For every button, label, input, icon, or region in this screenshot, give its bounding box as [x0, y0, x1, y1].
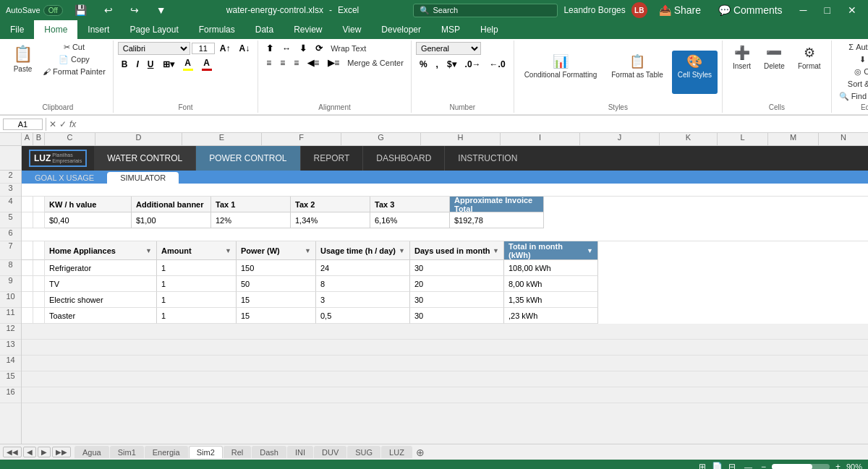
- col-header-i[interactable]: I: [501, 133, 580, 145]
- sheet-nav-prev[interactable]: ◀: [23, 447, 36, 457]
- zoom-slider[interactable]: [772, 464, 830, 469]
- cell-11-total[interactable]: ,23 kWh: [504, 308, 598, 324]
- cell-10-appliance[interactable]: Electric shower: [45, 292, 157, 308]
- font-size-input[interactable]: [192, 43, 215, 54]
- bold-button[interactable]: B: [118, 58, 132, 71]
- align-right-button[interactable]: ≡: [290, 56, 302, 69]
- cell-11-days[interactable]: 30: [410, 308, 504, 324]
- tab-view[interactable]: View: [333, 20, 372, 39]
- formula-input[interactable]: [79, 119, 865, 130]
- sort-filter-button[interactable]: Sort & Filter ▾: [836, 79, 868, 90]
- conditional-formatting-button[interactable]: 📊 Conditional Formatting: [519, 51, 603, 94]
- cell-8-days[interactable]: 30: [410, 260, 504, 276]
- cell-9-total[interactable]: 8,00 kWh: [504, 276, 598, 292]
- merge-center-button[interactable]: Merge & Center: [344, 58, 407, 68]
- sheet-nav-next[interactable]: ▶: [38, 447, 51, 457]
- comma-button[interactable]: ,: [433, 58, 442, 71]
- summary-header-3[interactable]: Tax 1: [211, 197, 291, 212]
- normal-view-button[interactable]: ⊞: [699, 462, 706, 469]
- comments-button[interactable]: 💬 Comments: [712, 3, 788, 17]
- summary-val-5[interactable]: 6,16%: [370, 212, 450, 228]
- col-header-g[interactable]: G: [341, 133, 421, 145]
- tab-review[interactable]: Review: [284, 20, 332, 39]
- sheet-tab-sim2[interactable]: Sim2: [189, 446, 223, 458]
- cell-11-usage[interactable]: 0,5: [316, 308, 410, 324]
- cell-10-days[interactable]: 30: [410, 292, 504, 308]
- border-button[interactable]: ⊞▾: [159, 58, 178, 71]
- cell-reference-input[interactable]: [3, 119, 43, 130]
- main-filter-4[interactable]: ▼: [399, 247, 405, 254]
- sheet-tab-duv[interactable]: DUV: [314, 446, 346, 458]
- cell-8-appliance[interactable]: Refrigerator: [45, 260, 157, 276]
- col-header-m[interactable]: M: [768, 133, 819, 145]
- restore-button[interactable]: □: [819, 3, 836, 17]
- autosave-toggle[interactable]: Off: [43, 5, 63, 16]
- cell-9-appliance[interactable]: TV: [45, 276, 157, 292]
- summary-val-3[interactable]: 12%: [211, 212, 291, 228]
- zoom-out-button[interactable]: −: [761, 462, 766, 469]
- indent-decrease-button[interactable]: ◀≡: [304, 56, 323, 69]
- increase-font-button[interactable]: A↑: [216, 42, 234, 55]
- cell-9-usage[interactable]: 8: [316, 276, 410, 292]
- cell-styles-button[interactable]: 🎨 Cell Styles: [672, 51, 718, 94]
- col-header-n[interactable]: N: [819, 133, 868, 145]
- cell-8-usage[interactable]: 24: [316, 260, 410, 276]
- main-header-2[interactable]: Amount ▼: [157, 241, 237, 260]
- cell-10-usage[interactable]: 3: [316, 292, 410, 308]
- summary-header-5[interactable]: Tax 3: [370, 197, 450, 212]
- tab-data[interactable]: Data: [245, 20, 284, 39]
- font-name-select[interactable]: Calibri: [118, 42, 190, 55]
- tab-page-layout[interactable]: Page Layout: [119, 20, 188, 39]
- number-format-select[interactable]: General: [416, 42, 481, 55]
- cell-9-amount[interactable]: 1: [157, 276, 237, 292]
- nav-tab-dashboard[interactable]: DASHBOARD: [363, 146, 445, 171]
- save-button[interactable]: 💾: [69, 3, 93, 17]
- page-layout-view-button[interactable]: 📄: [712, 462, 723, 469]
- tab-developer[interactable]: Developer: [371, 20, 431, 39]
- percent-button[interactable]: %: [416, 58, 431, 71]
- cell-11-appliance[interactable]: Toaster: [45, 308, 157, 324]
- sheet-nav-last[interactable]: ▶▶: [52, 447, 71, 457]
- cell-10-amount[interactable]: 1: [157, 292, 237, 308]
- find-select-button[interactable]: 🔍 Find & Select ▾: [836, 91, 868, 102]
- col-header-j[interactable]: J: [580, 133, 660, 145]
- main-filter-6[interactable]: ▼: [587, 247, 593, 254]
- main-header-4[interactable]: Usage time (h / day) ▼: [316, 241, 410, 260]
- italic-button[interactable]: I: [132, 58, 142, 71]
- sheet-nav-first[interactable]: ◀◀: [3, 447, 22, 457]
- cell-9-days[interactable]: 20: [410, 276, 504, 292]
- col-header-f[interactable]: F: [262, 133, 341, 145]
- autosum-button[interactable]: Σ AutoSum ▾: [836, 42, 868, 53]
- fill-color-button[interactable]: A: [179, 56, 197, 72]
- paste-button[interactable]: 📋 Paste: [7, 42, 38, 85]
- sub-tab-simulator[interactable]: SIMULATOR: [107, 172, 179, 184]
- tab-home[interactable]: Home: [34, 20, 77, 39]
- format-table-button[interactable]: 📋 Format as Table: [605, 51, 669, 94]
- main-filter-1[interactable]: ▼: [145, 247, 152, 254]
- sheet-tab-energia[interactable]: Energia: [145, 446, 188, 458]
- user-avatar[interactable]: LB: [631, 2, 647, 18]
- formula-function[interactable]: fx: [69, 119, 76, 129]
- align-bottom-button[interactable]: ⬇: [296, 42, 310, 55]
- zoom-in-button[interactable]: +: [835, 462, 841, 469]
- indent-increase-button[interactable]: ▶≡: [324, 56, 343, 69]
- format-painter-button[interactable]: 🖌 Format Painter: [40, 66, 109, 77]
- summary-header-2[interactable]: Additional banner: [132, 197, 211, 212]
- summary-val-2[interactable]: $1,00: [132, 212, 211, 228]
- decrease-font-button[interactable]: A↓: [235, 42, 253, 55]
- align-center-button[interactable]: ≡: [276, 56, 289, 69]
- summary-val-4[interactable]: 1,34%: [291, 212, 370, 228]
- minimize-button[interactable]: ─: [794, 3, 813, 17]
- col-header-d[interactable]: D: [95, 133, 182, 145]
- align-top-button[interactable]: ⬆: [263, 42, 277, 55]
- tab-insert[interactable]: Insert: [77, 20, 119, 39]
- sheet-tab-luz[interactable]: LUZ: [381, 446, 412, 458]
- col-header-k[interactable]: K: [660, 133, 718, 145]
- nav-tab-water[interactable]: WATER CONTROL: [94, 146, 196, 171]
- main-filter-3[interactable]: ▼: [305, 247, 311, 254]
- redo-button[interactable]: ↪: [124, 3, 145, 17]
- font-color-button[interactable]: A: [198, 56, 216, 72]
- cell-11-amount[interactable]: 1: [157, 308, 237, 324]
- cell-8-amount[interactable]: 1: [157, 260, 237, 276]
- copy-button[interactable]: 📄 Copy: [40, 54, 109, 65]
